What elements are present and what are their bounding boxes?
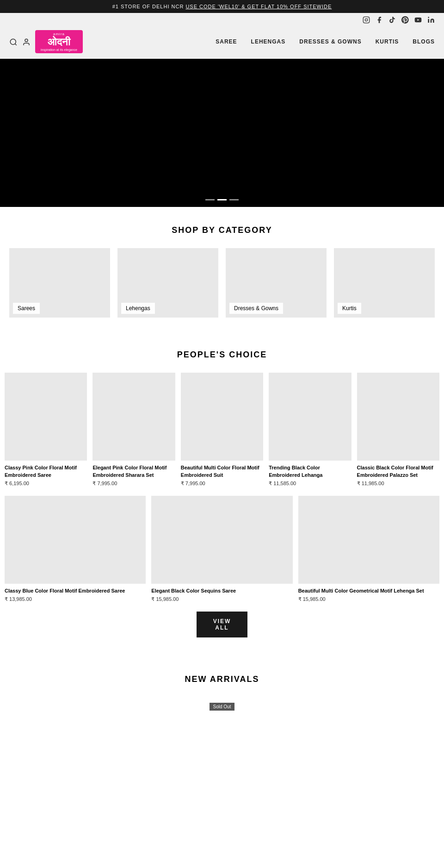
view-all-wrap: VIEWALL: [5, 612, 439, 637]
product-card-3[interactable]: Beautiful Multi Color Floral Motif Embro…: [181, 373, 263, 487]
logo[interactable]: amira ओदनी inspiration at its elegance: [35, 30, 83, 53]
product-card-2[interactable]: Elegant Pink Color Floral Motif Embroide…: [92, 373, 175, 487]
pinterest-icon[interactable]: [401, 16, 409, 24]
product-name-8: Beautiful Multi Color Geometrical Motif …: [298, 587, 439, 594]
main-nav: SAREE LEHENGAS DRESSES & GOWNS KURTIS BL…: [216, 38, 435, 45]
header-left: amira ओदनी inspiration at its elegance: [9, 30, 83, 53]
product-name-1: Classy Pink Color Floral Motif Embroider…: [5, 464, 87, 479]
header: amira ओदनी inspiration at its elegance S…: [0, 26, 444, 59]
product-name-7: Elegant Black Color Sequins Saree: [151, 587, 292, 594]
svg-point-4: [10, 39, 16, 44]
product-card-7[interactable]: Elegant Black Color Sequins Saree ₹ 15,9…: [151, 496, 292, 602]
svg-line-5: [15, 44, 16, 45]
tiktok-icon[interactable]: [388, 16, 396, 24]
logo-brand-text: ओदनी: [48, 36, 70, 48]
product-image-3: [181, 373, 263, 461]
sold-out-container: Sold Out: [5, 697, 439, 718]
hero-dots: [205, 199, 239, 200]
nav-item-lehengas[interactable]: LEHENGAS: [251, 38, 286, 45]
svg-point-2: [368, 18, 368, 19]
hero-dot-1[interactable]: [205, 199, 215, 200]
category-card-kurtis[interactable]: Kurtis: [334, 248, 435, 318]
product-card-4[interactable]: Trending Black Color Embroidered Lehanga…: [269, 373, 351, 487]
social-bar: [0, 13, 444, 26]
product-image-2: [92, 373, 175, 461]
sold-out-badge: Sold Out: [210, 703, 235, 711]
product-image-6: [5, 496, 146, 584]
nav-item-dresses-gowns[interactable]: DRESSES & GOWNS: [299, 38, 361, 45]
hero-dot-3[interactable]: [229, 199, 239, 200]
product-price-5: ₹ 11,985.00: [357, 481, 439, 487]
announcement-text: #1 STORE OF DELHI NCR: [112, 4, 186, 9]
category-label-dresses-gowns: Dresses & Gowns: [229, 303, 283, 314]
product-price-1: ₹ 6,195.00: [5, 481, 87, 487]
logo-tagline-text: inspiration at its elegance: [41, 48, 77, 51]
product-image-4: [269, 373, 351, 461]
peoples-choice-row2: Classy Blue Color Floral Motif Embroider…: [5, 496, 439, 602]
announcement-bar: #1 STORE OF DELHI NCR USE CODE 'WEL10' &…: [0, 0, 444, 13]
product-image-1: [5, 373, 87, 461]
facebook-icon[interactable]: [376, 16, 383, 24]
product-card-6[interactable]: Classy Blue Color Floral Motif Embroider…: [5, 496, 146, 602]
announcement-link[interactable]: USE CODE 'WEL10' & GET FLAT 10% OFF SITE…: [185, 4, 332, 9]
product-price-4: ₹ 11,585.00: [269, 481, 351, 487]
shop-by-category-section: SHOP BY CATEGORY Sarees Lehengas Dresses…: [0, 207, 444, 336]
product-card-5[interactable]: Classic Black Color Floral Motif Embroid…: [357, 373, 439, 487]
instagram-icon[interactable]: [363, 16, 370, 24]
product-name-4: Trending Black Color Embroidered Lehanga: [269, 464, 351, 479]
svg-point-6: [25, 39, 28, 42]
new-arrivals-section: NEW ARRIVALS Sold Out: [0, 665, 444, 727]
product-card-1[interactable]: Classy Pink Color Floral Motif Embroider…: [5, 373, 87, 487]
category-card-sarees[interactable]: Sarees: [9, 248, 110, 318]
linkedin-icon[interactable]: [427, 16, 435, 24]
category-card-lehengas[interactable]: Lehengas: [117, 248, 218, 318]
product-image-8: [298, 496, 439, 584]
search-icon[interactable]: [9, 37, 18, 46]
product-price-2: ₹ 7,995.00: [92, 481, 175, 487]
svg-point-1: [365, 19, 367, 21]
category-label-lehengas: Lehengas: [121, 303, 155, 314]
product-price-8: ₹ 15,985.00: [298, 596, 439, 602]
product-name-6: Classy Blue Color Floral Motif Embroider…: [5, 587, 146, 594]
product-name-3: Beautiful Multi Color Floral Motif Embro…: [181, 464, 263, 479]
shop-by-category-title: SHOP BY CATEGORY: [9, 225, 435, 235]
svg-rect-0: [363, 17, 369, 23]
product-name-2: Elegant Pink Color Floral Motif Embroide…: [92, 464, 175, 479]
product-image-5: [357, 373, 439, 461]
category-card-dresses-gowns[interactable]: Dresses & Gowns: [226, 248, 327, 318]
nav-item-saree[interactable]: SAREE: [216, 38, 237, 45]
product-image-7: [151, 496, 292, 584]
user-icon[interactable]: [22, 37, 31, 47]
svg-point-3: [428, 17, 429, 19]
category-grid: Sarees Lehengas Dresses & Gowns Kurtis: [9, 248, 435, 318]
logo-amira-text: amira: [53, 32, 65, 36]
product-price-6: ₹ 13,985.00: [5, 596, 146, 602]
nav-item-blogs[interactable]: BLOGS: [413, 38, 435, 45]
product-name-5: Classic Black Color Floral Motif Embroid…: [357, 464, 439, 479]
hero-dot-2[interactable]: [217, 199, 227, 200]
hero-banner: [0, 59, 444, 207]
product-price-3: ₹ 7,995.00: [181, 481, 263, 487]
new-arrivals-title: NEW ARRIVALS: [5, 674, 439, 684]
nav-item-kurtis[interactable]: KURTIS: [376, 38, 399, 45]
youtube-icon[interactable]: [414, 16, 422, 24]
product-price-7: ₹ 15,985.00: [151, 596, 292, 602]
category-label-kurtis: Kurtis: [338, 303, 361, 314]
category-label-sarees: Sarees: [13, 303, 40, 314]
product-card-8[interactable]: Beautiful Multi Color Geometrical Motif …: [298, 496, 439, 602]
peoples-choice-row1: Classy Pink Color Floral Motif Embroider…: [5, 373, 439, 487]
view-all-button[interactable]: VIEWALL: [197, 612, 248, 637]
peoples-choice-title: PEOPLE'S CHOICE: [5, 350, 439, 360]
peoples-choice-section: PEOPLE'S CHOICE Classy Pink Color Floral…: [0, 336, 444, 665]
